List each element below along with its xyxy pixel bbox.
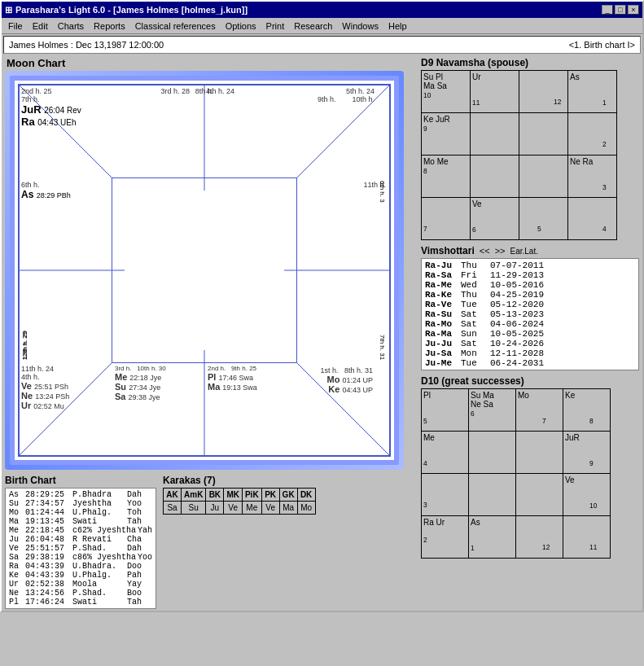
d9-title: D9 Navamsha (spouse) xyxy=(421,57,639,68)
d10-title: D10 (great successes) xyxy=(421,375,639,387)
vimsh-next-btn[interactable]: >> xyxy=(495,246,506,256)
chart-cell-topright: 4th h. 245th h. 24 9th h. 10th h. xyxy=(204,85,376,176)
menu-bar: File Edit Charts Reports Classical refer… xyxy=(2,18,642,34)
status-bar: James Holmes : Dec 13,1987 12:00:00 <1. … xyxy=(3,36,641,54)
vimsh-ear-lat: Ear.Lat. xyxy=(510,247,538,256)
vimshottari-title: Vimshottari xyxy=(421,245,475,256)
title-bar-title: ⊞ Parashara's Light 6.0 - [James Holmes … xyxy=(5,5,248,15)
menu-charts[interactable]: Charts xyxy=(53,20,89,33)
chart-cell-botmidleft: 3rd h. 10th h. 30 Me 22:18 Jye Su 27:34 … xyxy=(113,363,206,453)
karakas-header-table: AK AmK BK MK PiK PK GK DK Sa Su Ju xyxy=(163,488,316,515)
app-icon: ⊞ xyxy=(5,5,12,15)
menu-research[interactable]: Research xyxy=(289,20,337,33)
title-bar-controls: _ □ × xyxy=(602,5,639,15)
close-button[interactable]: × xyxy=(628,5,639,15)
karakas-title: Karakas (7) xyxy=(163,475,316,486)
d10-section: D10 (great successes) Pl5 Su MaNe Sa6 Mo… xyxy=(421,375,639,559)
menu-print[interactable]: Print xyxy=(261,20,290,33)
maximize-button[interactable]: □ xyxy=(615,5,626,15)
chart-cell-rightmid: 11th h. 6th h. 3 7th h. 31 xyxy=(297,179,388,361)
status-left: James Holmes : Dec 13,1987 12:00:00 xyxy=(9,40,164,50)
moon-chart-title: Moon Chart xyxy=(7,57,416,69)
title-bar: ⊞ Parashara's Light 6.0 - [James Holmes … xyxy=(2,2,642,18)
vimsh-prev-btn[interactable]: << xyxy=(480,246,490,256)
vimshottari-section: Vimshottari << >> Ear.Lat. Ra-JuThu07-07… xyxy=(421,245,639,370)
vimshottari-table: Ra-JuThu07-07-2011 Ra-SaFri11-29-2013 Ra… xyxy=(421,258,639,370)
karakas-section: Karakas (7) AK AmK BK MK PiK PK GK DK xyxy=(163,475,316,609)
menu-windows[interactable]: Windows xyxy=(337,20,383,33)
status-right: <1. Birth chart I> xyxy=(569,40,635,50)
menu-reports[interactable]: Reports xyxy=(89,20,130,33)
birth-chart-section: Birth Chart As28:29:25P.BhadraDah Su27:3… xyxy=(5,475,156,609)
menu-options[interactable]: Options xyxy=(221,20,261,33)
minimize-button[interactable]: _ xyxy=(602,5,613,15)
menu-classical-references[interactable]: Classical references xyxy=(130,20,221,33)
menu-edit[interactable]: Edit xyxy=(28,20,53,33)
menu-help[interactable]: Help xyxy=(383,20,412,33)
d9-table: Su PlMa Sa10 Ur11 12 As1 Ke JuR9 2 Mo Me… xyxy=(421,70,617,240)
birth-chart-title: Birth Chart xyxy=(5,475,156,486)
birth-chart-table: As28:29:25P.BhadraDah Su27:34:57Jyeshtha… xyxy=(5,488,156,609)
d9-section: D9 Navamsha (spouse) Su PlMa Sa10 Ur11 1… xyxy=(421,57,639,240)
chart-cell-leftlower: 12th h. 29 xyxy=(20,272,110,362)
menu-file[interactable]: File xyxy=(3,20,28,33)
chart-cell-botright: 1st h. 8th h. 31 Mo 01:24 UP Ke 04:43 UP xyxy=(204,363,376,453)
d10-table: Pl5 Su MaNe Sa6 Mo7 Ke8 Me4 JuR9 3 xyxy=(421,388,611,559)
